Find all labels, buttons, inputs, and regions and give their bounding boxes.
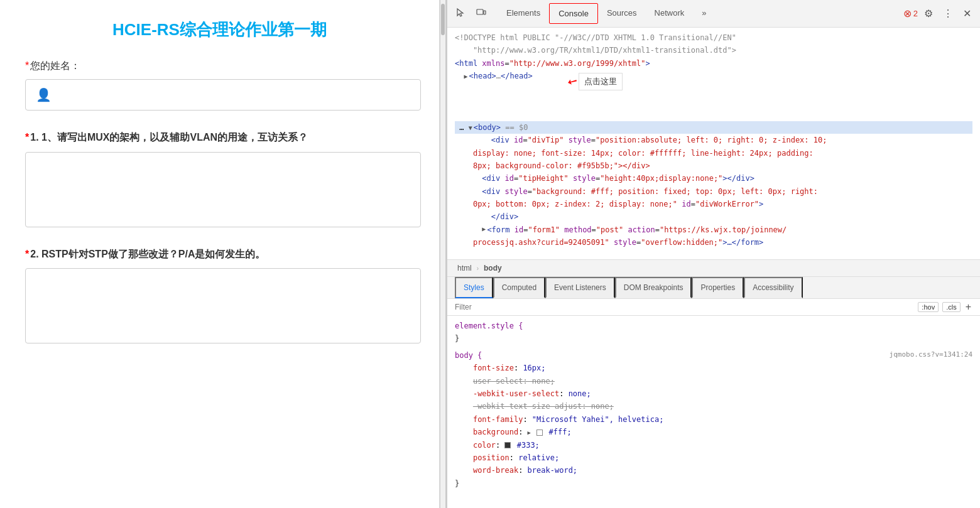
name-field-block: *您的姓名： 👤	[25, 60, 414, 111]
name-input[interactable]: 👤	[25, 79, 421, 111]
person-icon: 👤	[36, 87, 52, 102]
dom-divTip3-line: 8px; background-color: #f95b5b;"></div>	[455, 159, 972, 172]
tab-elements[interactable]: Elements	[498, 3, 549, 24]
tab-accessibility[interactable]: Accessibility	[744, 277, 802, 298]
name-label: *您的姓名：	[25, 60, 414, 73]
dom-divTip2-line: display: none; font-size: 14px; color: #…	[455, 147, 972, 159]
tab-more[interactable]: »	[693, 3, 715, 24]
devtools-panel: Elements Console Sources Network » ⊗ 2 ⚙…	[446, 0, 980, 508]
svg-rect-1	[477, 9, 483, 14]
tab-event-listeners[interactable]: Event Listeners	[545, 277, 615, 298]
scroll-thumb[interactable]	[441, 4, 445, 35]
hov-button[interactable]: :hov	[918, 302, 939, 312]
filter-controls: :hov .cls +	[918, 301, 972, 313]
breadcrumb-body[interactable]: body	[481, 262, 504, 274]
css-close-brace: }	[455, 334, 459, 343]
tab-styles[interactable]: Styles	[455, 277, 493, 298]
dom-doctype2-line: "http://www.w3.org/TR/xhtml1/DTD/xhtml1-…	[455, 44, 972, 57]
cls-button[interactable]: .cls	[942, 302, 961, 312]
devtools-toolbar: Elements Console Sources Network » ⊗ 2 ⚙…	[447, 0, 980, 28]
dom-html-line[interactable]: <html xmlns="http://www.w3.org/1999/xhtm…	[455, 57, 972, 70]
page-title: HCIE-RS综合理论作业第一期	[25, 19, 414, 41]
dom-breadcrumb: html › body	[447, 260, 980, 277]
dom-divTip-line[interactable]: <div id="divTip" style="position:absolut…	[455, 134, 972, 146]
svg-rect-2	[484, 11, 486, 14]
tab-network[interactable]: Network	[646, 3, 694, 24]
error-badge: ⊗ 2	[903, 8, 918, 19]
dom-body-line[interactable]: … ▼ <body> == $0	[455, 121, 972, 134]
dom-tipHeight-line[interactable]: <div id="tipHeight" style="height:40px;d…	[455, 172, 972, 185]
page-scrollbar[interactable]	[440, 0, 446, 508]
dom-divClose-line: </div>	[455, 210, 972, 223]
color-swatch-black[interactable]	[504, 442, 511, 448]
css-selector-element: element.style {	[455, 322, 523, 330]
tab-console[interactable]: Console	[549, 3, 598, 24]
devtools-tabs: Elements Console Sources Network »	[498, 3, 716, 24]
inspector-icon[interactable]	[452, 5, 470, 23]
styles-panel: Styles Computed Event Listeners DOM Brea…	[447, 277, 980, 508]
q1-label: *1. 1、请写出MUX的架构，以及辅助VLAN的用途，互访关系？	[25, 129, 414, 146]
error-icon: ⊗	[903, 8, 912, 19]
dom-form-line[interactable]: ▶ <form id="form1" method="post" action=…	[455, 224, 972, 236]
breadcrumb-html[interactable]: html	[455, 262, 474, 274]
close-devtools-icon[interactable]: ✕	[959, 5, 975, 22]
q2-required-star: *	[25, 249, 29, 259]
tab-computed[interactable]: Computed	[493, 277, 545, 298]
q2-label: *2. RSTP针对STP做了那些改进？P/A是如何发生的。	[25, 246, 414, 262]
filter-input[interactable]	[455, 303, 913, 311]
annotation-label: 点击这里	[579, 73, 623, 90]
filter-bar: :hov .cls +	[447, 299, 980, 316]
q1-block: *1. 1、请写出MUX的架构，以及辅助VLAN的用途，互访关系？	[25, 129, 414, 227]
tab-sources[interactable]: Sources	[598, 3, 646, 24]
dom-divWork-line[interactable]: <div style="background: #fff; position: …	[455, 185, 972, 198]
styles-tabs-bar: Styles Computed Event Listeners DOM Brea…	[447, 277, 980, 299]
add-style-button[interactable]: +	[964, 301, 972, 313]
error-count: 2	[913, 9, 918, 18]
device-toggle-icon[interactable]	[472, 5, 490, 23]
dom-tree[interactable]: <!DOCTYPE html PUBLIC "-//W3C//DTD XHTML…	[447, 28, 980, 260]
dom-form2-line: processjq.ashx?curid=92405091" style="ov…	[455, 236, 972, 249]
q2-block: *2. RSTP针对STP做了那些改进？P/A是如何发生的。	[25, 246, 414, 344]
q2-answer-textarea[interactable]	[25, 268, 421, 343]
tab-dom-breakpoints[interactable]: DOM Breakpoints	[615, 277, 692, 298]
settings-icon[interactable]: ⚙	[920, 5, 937, 22]
q1-required-star: *	[25, 132, 29, 143]
required-star: *	[25, 60, 29, 71]
color-swatch-white[interactable]	[536, 430, 543, 436]
dom-head-line[interactable]: ▶ <head>…</head> ➘ 点击这里	[455, 70, 972, 121]
webpage-content: HCIE-RS综合理论作业第一期 *您的姓名： 👤 *1. 1、请写出MUX的架…	[0, 0, 440, 508]
click-annotation: ➘ 点击这里	[569, 70, 622, 93]
svg-marker-0	[457, 9, 463, 16]
tab-properties[interactable]: Properties	[692, 277, 744, 298]
css-body-source[interactable]: jqmobo.css?v=1341:24	[890, 349, 972, 361]
q1-answer-textarea[interactable]	[25, 152, 421, 227]
more-options-icon[interactable]: ⋮	[939, 5, 957, 22]
css-body-block: body { jqmobo.css?v=1341:24 font-size: 1…	[455, 349, 972, 490]
css-element-style: element.style { }	[455, 320, 972, 345]
dom-doctype-line: <!DOCTYPE html PUBLIC "-//W3C//DTD XHTML…	[455, 31, 972, 44]
breadcrumb-arrow-1: ›	[477, 265, 479, 272]
css-body-selector: body {	[455, 351, 482, 360]
styles-content[interactable]: element.style { } body { jqmobo.css?v=13…	[447, 316, 980, 508]
dom-divWork2-line: 0px; bottom: 0px; z-index: 2; display: n…	[455, 198, 972, 210]
css-body-close-brace: }	[455, 479, 459, 488]
